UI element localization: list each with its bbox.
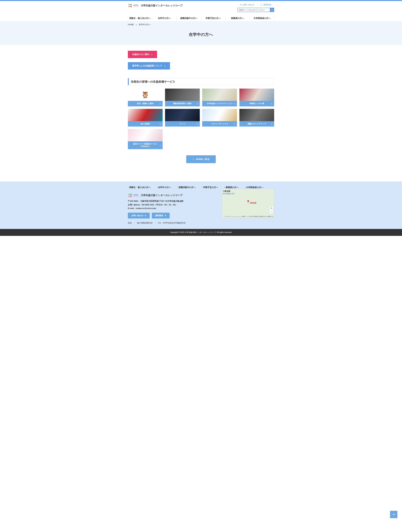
card-offerbox[interactable]: 新卒オファー型就活サービス「OfferBox」▷ <box>128 129 163 149</box>
footer-link-privacy[interactable]: 個人情報保護方針 <box>134 222 155 224</box>
search-button[interactable] <box>270 8 274 12</box>
card-label: 就職とキャリアアップ <box>248 123 266 125</box>
footer-contact-label: お問い合わせ <box>131 214 143 217</box>
triangle-right-icon: ▷ <box>234 123 235 125</box>
card-label: 大学生協オリジナルマンション <box>207 102 232 105</box>
footer-logo: univ. CO-OP 大学生協大阪インターカレッジコープ <box>128 193 217 197</box>
triangle-right-icon: ▷ <box>197 102 198 105</box>
card-image <box>239 109 274 121</box>
footer-email: E-mail：osaka.icc@univ.coop <box>128 207 217 210</box>
gnav-item-current[interactable]: 在学中の方へ <box>152 15 177 22</box>
card-career[interactable]: 就職とキャリアアップ▷ <box>239 109 274 127</box>
chevron-left-icon <box>192 158 194 160</box>
card-mansion[interactable]: 大学生協オリジナルマンション▷ <box>202 89 237 106</box>
fnav-item-staff[interactable]: 教職員の方へ <box>224 186 239 189</box>
triangle-right-icon: ▷ <box>164 65 166 67</box>
card-image <box>202 109 237 121</box>
triangle-right-icon: ▶ <box>145 215 146 216</box>
triangle-right-icon: ▷ <box>271 123 273 125</box>
triangle-right-icon: ▷ <box>160 123 161 125</box>
withdraw-button[interactable]: 退学等による生協脱退について ▷ <box>128 62 170 70</box>
footer-contact-button[interactable]: お問い合わせ ▶ <box>128 213 150 218</box>
card-image <box>165 89 200 101</box>
docs-link[interactable]: 📄 資料請求 <box>257 3 274 6</box>
card-license[interactable]: 運転免許取得のご案内▷ <box>165 89 200 106</box>
logo-coop-sub: CO-OP <box>133 196 139 197</box>
utility-links: ✉ お問い合わせ 📄 資料請求 <box>237 3 274 6</box>
page-title: 在学中の方へ <box>0 27 402 44</box>
footer-address: 〒532-0004 大阪市淀川区西宮原2丁目7-15大学生協大阪会館 お問い合わ… <box>128 199 217 210</box>
footer-site-name: 大学生協大阪インターカレッジコープ <box>141 194 182 197</box>
mail-icon: ✉ <box>240 4 241 6</box>
back-home-button[interactable]: HOMEへ戻る <box>186 155 216 163</box>
card-hakama[interactable]: 卒業式レンタル袴▷ <box>239 89 274 106</box>
fnav-item-university[interactable]: 大学関係者の方へ <box>245 186 263 189</box>
fnav-item-graduating[interactable]: 卒業予定の方へ <box>202 186 218 189</box>
footer-link-articles[interactable]: 定款 <box>128 222 134 224</box>
card-label: 共済・保険のご案内 <box>137 102 154 105</box>
gnav-item-university[interactable]: 大学関係者の方へ <box>250 15 274 22</box>
join-coop-label: 生協加入のご案内 <box>132 53 149 56</box>
map-pin-label: 大阪会館 <box>250 202 256 204</box>
triangle-right-icon: ▷ <box>197 123 198 125</box>
triangle-right-icon: ▶ <box>165 215 166 216</box>
contact-link[interactable]: ✉ お問い合わせ <box>237 3 257 6</box>
map-zoom-controls: ＋ － <box>269 206 273 214</box>
fnav-item-jobhunt[interactable]: 就職活動中の方へ <box>177 186 196 189</box>
withdraw-label: 退学等による生協脱退について <box>132 64 162 67</box>
card-label: スチューデントＥＱ <box>211 123 228 125</box>
svg-point-2 <box>128 6 130 7</box>
site-logo[interactable]: univ. CO-OP 大学生協大阪インターカレッジコープ <box>128 3 182 8</box>
join-coop-button[interactable]: 生協加入のご案内 ▷ <box>128 51 157 58</box>
triangle-right-icon: ▷ <box>234 102 235 105</box>
gnav-item-prospective[interactable]: 受験生・新入生の方へ <box>128 15 152 22</box>
map-enlarge-link[interactable]: 拡大地図を表示 <box>223 193 235 195</box>
contact-link-label: お問い合わせ <box>242 3 254 6</box>
site-name: 大学生協大阪インターカレッジコープ <box>141 4 182 7</box>
gnav-item-staff[interactable]: 教職員の方へ <box>226 15 250 22</box>
map-zoom-out-button[interactable]: － <box>269 210 273 214</box>
coop-logo-icon <box>128 3 132 8</box>
footer-link-solicitation[interactable]: CO・OP学生総合共済勧誘方針 <box>155 222 188 224</box>
footer-small-links: 定款 個人情報保護方針 CO・OP学生総合共済勧誘方針 <box>128 222 217 224</box>
card-image <box>165 109 200 121</box>
logo-univ-text: univ. <box>133 194 139 196</box>
footer-docs-button[interactable]: 資料請求 ▶ <box>152 213 170 218</box>
gnav-item-jobhunt[interactable]: 就職活動中の方へ <box>176 15 201 22</box>
footer: 受験生・新入生の方へ 在学中の方へ 就職活動中の方へ 卒業予定の方へ 教職員の方… <box>0 182 402 229</box>
svg-point-7 <box>130 194 132 195</box>
main-content: 生協加入のご案内 ▷ 退学等による生協脱退について ▷ 在校生の皆様への生協各種… <box>128 44 274 172</box>
fnav-item-prospective[interactable]: 受験生・新入生の方へ <box>128 186 151 189</box>
card-suit[interactable]: スーツ▷ <box>165 109 200 127</box>
card-eq[interactable]: スチューデントＥＱ▷ <box>202 109 237 127</box>
card-furisode[interactable]: 成人式振袖▷ <box>128 109 163 127</box>
breadcrumb-sep: ＞ <box>134 23 138 26</box>
card-image <box>128 109 163 121</box>
map-title: 大阪会館 <box>223 190 273 192</box>
global-nav: 受験生・新入生の方へ 在学中の方へ 就職活動中の方へ 卒業予定の方へ 教職員の方… <box>0 15 402 22</box>
svg-point-4 <box>271 9 272 10</box>
footer-nav: 受験生・新入生の方へ 在学中の方へ 就職活動中の方へ 卒業予定の方へ 教職員の方… <box>128 186 274 189</box>
card-insurance[interactable]: 共済・保険のご案内▷ <box>128 89 163 106</box>
back-home-label: HOMEへ戻る <box>196 158 210 161</box>
fnav-item-current[interactable]: 在学中の方へ <box>157 186 171 189</box>
map-zoom-in-button[interactable]: ＋ <box>269 206 273 210</box>
logo-univ-text: univ. <box>133 4 139 6</box>
svg-point-1 <box>130 4 132 5</box>
svg-point-6 <box>128 194 130 195</box>
gnav-item-graduating[interactable]: 卒業予定の方へ <box>201 15 226 22</box>
card-label: 卒業式レンタル袴 <box>249 102 264 105</box>
card-image <box>128 89 163 101</box>
triangle-right-icon: ▷ <box>151 54 153 55</box>
map-attribution: キーボード ショートカット 地図データ ©2023 利用規約 地図の誤りを報告す… <box>225 215 273 218</box>
card-image <box>202 89 237 101</box>
coop-logo-icon <box>128 193 132 197</box>
document-icon: 📄 <box>260 4 263 6</box>
search-input[interactable] <box>238 8 270 12</box>
header: univ. CO-OP 大学生協大阪インターカレッジコープ ✉ お問い合わせ 📄… <box>128 1 274 12</box>
embedded-map[interactable]: 大阪会館 拡大地図を表示 📍 大阪会館 ＋ － キーボード ショートカット 地図… <box>222 189 274 218</box>
card-label: 運転免許取得のご案内 <box>173 102 192 105</box>
breadcrumb-home[interactable]: HOME <box>128 23 134 26</box>
card-label: 成人式振袖 <box>141 123 150 125</box>
hero: HOME ＞ 在学中の方へ 在学中の方へ <box>0 22 402 44</box>
